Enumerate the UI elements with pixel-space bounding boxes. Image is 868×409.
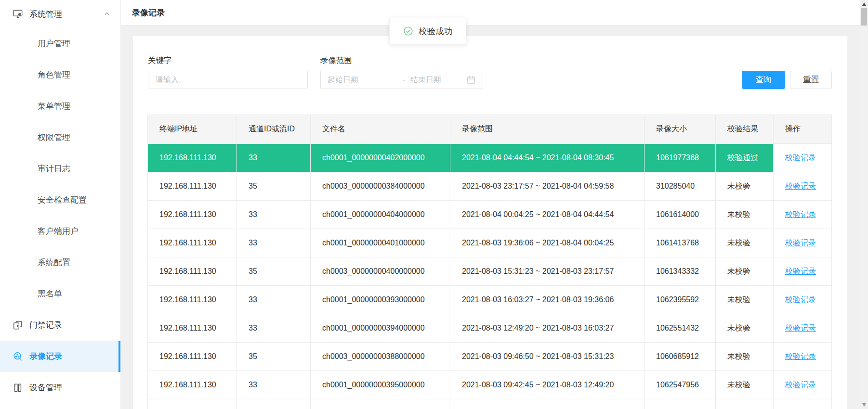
device-rack-icon: [13, 383, 23, 393]
cell-action: 校验记录: [774, 286, 832, 314]
table-row[interactable]: 192.168.111.13035ch0003_0000000038800000…: [148, 343, 832, 371]
cell-channel-text: 35: [249, 267, 257, 275]
sidebar-item-permission-management[interactable]: 权限管理: [0, 122, 120, 153]
sidebar-item-blacklist[interactable]: 黑名单: [0, 278, 120, 309]
table-row[interactable]: 192.168.111.13033ch0001_0000000040100000…: [148, 229, 832, 257]
cell-ip: 192.168.111.130: [148, 314, 237, 343]
cell-file: ch0001_00000000393000000: [311, 286, 450, 314]
cell-size-text: 1062395592: [656, 295, 699, 304]
sidebar-item-device-management[interactable]: 设备管理: [0, 372, 120, 403]
sidebar-item-video-records[interactable]: 录像记录: [0, 341, 120, 372]
cell-file-text: ch0001_00000000401000000: [322, 239, 425, 247]
cell-range: 2021-08-03 05:01:13 ~ 2021-08-03 09:46:5…: [450, 399, 644, 409]
cell-size-text: 1062547956: [656, 381, 699, 389]
verify-record-link[interactable]: 校验记录: [785, 182, 816, 190]
table-row[interactable]: 192.168.111.13033ch0001_0000000039300000…: [148, 286, 832, 314]
table-row[interactable]: 192.168.111.13033ch0001_0000000040200000…: [148, 144, 832, 172]
cell-file: ch0001_00000000401000000: [311, 229, 450, 257]
table-row[interactable]: 192.168.111.13033ch0001_0000000039400000…: [148, 314, 832, 343]
cell-size: 1062547956: [644, 371, 716, 399]
records-table: 终端IP地址通道ID或流ID文件名录像范围录像大小校验结果操作 192.168.…: [147, 115, 832, 409]
cell-ip: 192.168.111.130: [148, 229, 237, 257]
cell-size: 1061343332: [644, 257, 716, 286]
sidebar-item-security-check-config[interactable]: 安全检查配置: [0, 184, 120, 216]
sidebar-item-label: 设备管理: [29, 382, 62, 393]
verify-record-link[interactable]: 校验记录: [785, 295, 816, 304]
monitor-gear-icon: [13, 9, 23, 19]
cell-action: 校验记录: [774, 371, 832, 399]
table-row[interactable]: 192.168.111.13035ch0003_0000000038400000…: [148, 172, 832, 201]
cell-ip-text: 192.168.111.130: [159, 210, 216, 218]
vertical-scrollbar: [860, 0, 868, 409]
cell-ip-text: 192.168.111.130: [159, 267, 216, 275]
sidebar-item-label: 系统管理: [29, 9, 62, 20]
keyword-input[interactable]: [148, 71, 308, 89]
sidebar-item-client-user[interactable]: 客户端用户: [0, 216, 120, 247]
cell-channel-text: 35: [249, 182, 257, 190]
verify-record-link[interactable]: 校验记录: [785, 267, 816, 275]
cell-size-text: 1060685912: [656, 352, 699, 360]
sidebar-item-menu-management[interactable]: 菜单管理: [0, 90, 120, 122]
sidebar-item-label: 安全检查配置: [38, 194, 87, 205]
verify-record-link[interactable]: 校验记录: [785, 381, 816, 389]
cell-range-text: 2021-08-03 15:31:23 ~ 2021-08-03 23:17:5…: [462, 267, 614, 275]
date-range-picker[interactable]: 起始日期 - 结束日期: [320, 71, 483, 89]
scroll-up-arrow[interactable]: [860, 0, 868, 8]
verify-record-link[interactable]: 校验记录: [785, 153, 816, 162]
sidebar-item-system-config[interactable]: 系统配置: [0, 247, 120, 278]
cell-channel: 35: [237, 343, 311, 371]
search-button[interactable]: 查询: [742, 71, 785, 89]
column-header: 录像范围: [450, 115, 644, 144]
cell-channel-text: 33: [249, 381, 257, 389]
cell-range-text: 2021-08-03 23:17:57 ~ 2021-08-04 04:59:5…: [462, 182, 614, 190]
door-access-icon: [13, 320, 23, 331]
sidebar-item-system-management[interactable]: 系统管理: [0, 0, 120, 28]
cell-result: 未校验: [716, 201, 774, 229]
page-title: 录像记录: [132, 7, 165, 18]
sidebar-item-label: 用户管理: [38, 38, 70, 49]
cell-range-text: 2021-08-03 16:03:27 ~ 2021-08-03 19:36:0…: [462, 295, 614, 304]
verify-record-link[interactable]: 校验记录: [785, 324, 816, 332]
sidebar-item-user-management[interactable]: 用户管理: [0, 28, 120, 59]
cell-result-text: 校验通过: [727, 153, 758, 162]
cell-ip: 192.168.111.130: [148, 343, 237, 371]
cell-size: 310285040: [644, 172, 716, 201]
reset-button[interactable]: 重置: [790, 71, 832, 89]
table-row[interactable]: 192.168.111.13035ch0003_0000000040000000…: [148, 257, 832, 286]
success-check-icon: [403, 26, 413, 36]
column-header: 校验结果: [716, 115, 774, 144]
cell-result: 未校验: [716, 399, 774, 409]
scrollbar-thumb[interactable]: [861, 8, 867, 26]
cell-file: ch0003_00000000384000000: [311, 172, 450, 201]
table-row[interactable]: 192.168.111.13033ch0001_0000000040400000…: [148, 201, 832, 229]
verify-record-link[interactable]: 校验记录: [785, 352, 816, 360]
cell-file-text: ch0003_00000000388000000: [322, 352, 425, 360]
cell-result-text: 未校验: [727, 324, 750, 332]
scroll-down-arrow[interactable]: [860, 401, 868, 409]
cell-range-text: 2021-08-03 19:36:06 ~ 2021-08-04 00:04:2…: [462, 239, 614, 247]
cell-range: 2021-08-03 23:17:57 ~ 2021-08-04 04:59:5…: [450, 172, 644, 201]
cell-channel: 33: [237, 286, 311, 314]
cell-action: 校验记录: [774, 314, 832, 343]
keyword-label: 关键字: [148, 55, 172, 66]
sidebar-item-access-records[interactable]: 门禁记录: [0, 309, 120, 341]
range-end-placeholder: 结束日期: [410, 75, 466, 85]
cell-result: 未校验: [716, 286, 774, 314]
column-header: 操作: [774, 115, 832, 144]
table-row[interactable]: 192.168.111.13033ch0001_0000000039500000…: [148, 371, 832, 399]
cell-result: 校验通过: [716, 144, 774, 172]
sidebar-item-label: 菜单管理: [38, 101, 70, 112]
cell-result-text: 未校验: [727, 381, 750, 389]
cell-ip: 192.168.111.130: [148, 286, 237, 314]
cell-range-text: 2021-08-03 09:42:45 ~ 2021-08-03 12:49:2…: [462, 381, 614, 389]
table-row[interactable]: 192.168.111.13035ch0003_0000000038900010…: [148, 399, 832, 409]
verify-record-link[interactable]: 校验记录: [785, 239, 816, 247]
cell-file-text: ch0001_00000000404000000: [322, 210, 425, 218]
sidebar-item-label: 门禁记录: [29, 320, 62, 331]
sidebar-item-label: 角色管理: [38, 69, 70, 80]
verify-record-link[interactable]: 校验记录: [785, 210, 816, 218]
cell-file-text: ch0001_00000000393000000: [322, 295, 425, 304]
sidebar-item-role-management[interactable]: 角色管理: [0, 59, 120, 90]
sidebar-item-audit-log[interactable]: 审计日志: [0, 153, 120, 184]
cell-channel-text: 33: [249, 239, 257, 247]
